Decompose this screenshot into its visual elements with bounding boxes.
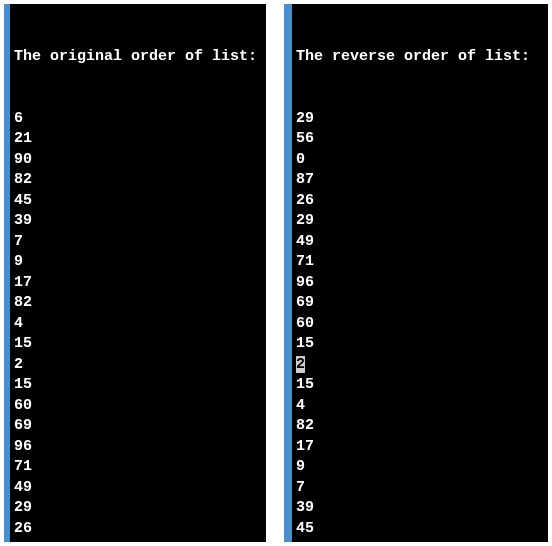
list-value: 60 — [14, 396, 262, 417]
list-value: 87 — [14, 539, 262, 542]
list-value: 2 — [296, 355, 544, 376]
list-value: 6 — [14, 109, 262, 130]
console-output-reverse: The reverse order of list: 2956087262949… — [284, 4, 548, 542]
list-value: 96 — [14, 437, 262, 458]
list-value: 71 — [296, 252, 544, 273]
list-value: 29 — [14, 498, 262, 519]
header-reverse: The reverse order of list: — [296, 47, 544, 68]
list-value: 82 — [14, 170, 262, 191]
list-value: 69 — [296, 293, 544, 314]
list-value: 82 — [296, 539, 544, 542]
list-value: 82 — [14, 293, 262, 314]
list-value: 29 — [296, 109, 544, 130]
list-value: 49 — [14, 478, 262, 499]
list-value: 39 — [296, 498, 544, 519]
list-value: 69 — [14, 416, 262, 437]
console-output-original: The original order of list: 621908245397… — [4, 4, 266, 542]
list-value: 82 — [296, 416, 544, 437]
list-value: 96 — [296, 273, 544, 294]
list-value: 15 — [14, 334, 262, 355]
selected-value: 2 — [296, 356, 305, 373]
list-value: 29 — [296, 211, 544, 232]
list-value: 60 — [296, 314, 544, 335]
list-value: 90 — [14, 150, 262, 171]
list-value: 39 — [14, 211, 262, 232]
list-value: 71 — [14, 457, 262, 478]
list-value: 26 — [14, 519, 262, 540]
list-value: 26 — [296, 191, 544, 212]
list-value: 17 — [296, 437, 544, 458]
list-value: 15 — [296, 375, 544, 396]
list-value: 45 — [296, 519, 544, 540]
list-value: 4 — [14, 314, 262, 335]
list-value: 2 — [14, 355, 262, 376]
list-value: 21 — [14, 129, 262, 150]
list-value: 17 — [14, 273, 262, 294]
list-value: 15 — [296, 334, 544, 355]
list-value: 9 — [296, 457, 544, 478]
list-value: 9 — [14, 252, 262, 273]
list-value: 45 — [14, 191, 262, 212]
list-value: 15 — [14, 375, 262, 396]
header-original: The original order of list: — [14, 47, 262, 68]
list-value: 7 — [296, 478, 544, 499]
list-value: 7 — [14, 232, 262, 253]
list-value: 56 — [296, 129, 544, 150]
list-value: 0 — [296, 150, 544, 171]
list-value: 49 — [296, 232, 544, 253]
list-value: 4 — [296, 396, 544, 417]
list-value: 87 — [296, 170, 544, 191]
